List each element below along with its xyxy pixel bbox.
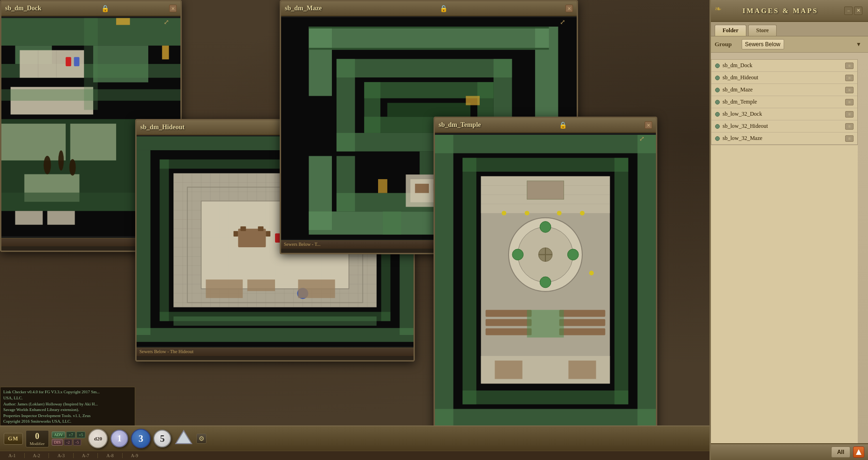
svg-rect-118: [435, 135, 454, 427]
dis-value1: -2: [64, 439, 72, 446]
temple-title-icons: 🔒: [559, 121, 567, 129]
temple-canvas[interactable]: ⤢: [435, 133, 656, 429]
die-d20-icon[interactable]: d20: [88, 429, 108, 448]
panel-all-button[interactable]: All: [831, 446, 850, 458]
coord-a2: A-2: [25, 453, 49, 458]
map-title-dock[interactable]: sb_dm_Dock 🔒 ✕: [1, 1, 180, 16]
svg-point-24: [58, 150, 64, 170]
svg-rect-143: [495, 361, 522, 379]
item-action-2[interactable]: ≡: [845, 75, 854, 81]
item-label-7: sb_low_32_Maze: [723, 135, 842, 142]
list-item-sb-dm-maze[interactable]: sb_dm_Maze ≡: [711, 84, 857, 96]
list-item-sb-low-dock[interactable]: sb_low_32_Dock ≡: [711, 108, 857, 120]
group-select[interactable]: Sewers Below: [742, 39, 784, 49]
item-label-3: sb_dm_Maze: [723, 86, 842, 93]
svg-rect-140: [559, 328, 606, 335]
item-action-4[interactable]: ≡: [845, 99, 854, 105]
svg-rect-32: [160, 160, 169, 321]
adv-row: ADV +7 +5: [52, 432, 86, 438]
svg-rect-123: [614, 158, 628, 404]
list-item-sb-low-maze[interactable]: sb_low_32_Maze ≡: [711, 132, 857, 145]
item-dot-1: [715, 63, 720, 68]
hideout-title-text: sb_dm_Hideout: [140, 124, 185, 131]
map-window-temple: sb_dm_Temple 🔒 ✕: [434, 117, 657, 443]
dis-value2: -5: [73, 439, 82, 446]
svg-rect-110: [383, 211, 401, 235]
item-action-3[interactable]: ≡: [845, 87, 854, 93]
modifier-value: 0: [29, 432, 46, 441]
chat-line-6: Copyright 2016 Smiteworks USA, LLC.: [3, 418, 132, 425]
temple-lock-icon: 🔒: [559, 121, 567, 129]
panel-group-row: Group Sewers Below ▼: [711, 36, 868, 53]
modifier-box: 0 Modifier: [26, 430, 49, 447]
item-dot-2: [715, 76, 720, 80]
item-dot-3: [715, 88, 720, 92]
die-3-icon[interactable]: 3: [131, 429, 151, 448]
list-item-sb-dm-temple[interactable]: sb_dm_Temple ≡: [711, 96, 857, 108]
dis-row: DIS -2 -5: [52, 439, 86, 446]
item-label-2: sb_dm_Hideout: [723, 74, 842, 81]
chat-line-2: USA, LLC.: [3, 395, 132, 401]
item-action-6[interactable]: ≡: [845, 123, 854, 130]
svg-rect-120: [435, 409, 656, 428]
die-custom-icon[interactable]: [174, 429, 193, 448]
chat-line-3: Author: James (Loklare) Holloway (Inspir…: [3, 401, 132, 407]
panel-close-buttons: − ✕: [844, 7, 862, 15]
chat-line-1: Link Checker v0.4.0 for FG V3.3.x Copyri…: [3, 389, 132, 395]
dock-close-button[interactable]: ✕: [169, 5, 177, 12]
maze-lock-icon: 🔒: [440, 5, 448, 13]
svg-rect-153: [527, 310, 564, 337]
svg-rect-14: [66, 57, 71, 66]
item-action-5[interactable]: ≡: [845, 111, 854, 118]
svg-rect-28: [137, 150, 151, 335]
panel-bottom-bar: All: [711, 443, 868, 460]
svg-point-132: [567, 249, 579, 260]
svg-marker-157: [856, 449, 861, 455]
item-action-7[interactable]: ≡: [845, 135, 854, 142]
coordinate-bar: A-1 A-2 A-3 A-7 A-8 A-9: [0, 451, 710, 460]
svg-rect-22: [162, 46, 169, 60]
panel-min-button[interactable]: −: [844, 7, 853, 15]
list-item-sb-dm-hideout[interactable]: sb_dm_Hideout ≡: [711, 72, 857, 84]
item-label-1: sb_dm_Dock: [723, 62, 842, 69]
panel-title: IMAGES & MAPS: [716, 7, 844, 15]
map-title-maze[interactable]: sb_dm_Maze 🔒 ✕: [281, 1, 577, 16]
panel-orange-button[interactable]: [853, 446, 864, 458]
group-label: Group: [715, 41, 738, 48]
svg-rect-136: [486, 319, 532, 326]
modifier-label: Modifier: [29, 441, 46, 446]
svg-rect-113: [309, 48, 549, 50]
svg-rect-21: [116, 18, 130, 25]
panel-list: sb_dm_Dock ≡ sb_dm_Hideout ≡ sb_dm_Maze …: [711, 59, 858, 145]
coord-a9: A-9: [123, 453, 147, 458]
svg-rect-74: [238, 229, 266, 247]
bottom-toolbar: GM 0 Modifier ADV +7 +5 DIS -2 -5 d20 1 …: [0, 425, 710, 451]
gm-badge[interactable]: GM: [4, 433, 23, 445]
svg-rect-138: [559, 310, 606, 317]
die-5-icon[interactable]: 5: [153, 430, 171, 447]
item-label-6: sb_low_32_Hideout: [723, 123, 842, 130]
svg-rect-124: [462, 390, 628, 404]
hideout-footer: Sewers Below - The Hideout: [137, 348, 413, 356]
maze-close-button[interactable]: ✕: [565, 5, 573, 12]
temple-close-button[interactable]: ✕: [645, 121, 652, 129]
panel-close-button[interactable]: ✕: [854, 7, 862, 15]
list-item-sb-low-hideout[interactable]: sb_low_32_Hideout ≡: [711, 120, 857, 132]
adv-button[interactable]: ADV: [52, 432, 66, 438]
list-item-sb-dm-dock[interactable]: sb_dm_Dock ≡: [711, 60, 857, 72]
settings-icon[interactable]: ⚙: [196, 433, 207, 444]
die-1-icon[interactable]: 1: [110, 430, 128, 447]
map-title-temple[interactable]: sb_dm_Temple 🔒 ✕: [435, 118, 656, 133]
svg-rect-75: [234, 231, 238, 237]
dis-button[interactable]: DIS: [52, 439, 63, 446]
tab-store[interactable]: Store: [748, 25, 777, 36]
svg-rect-115: [378, 179, 387, 193]
svg-point-151: [580, 211, 585, 216]
item-action-1[interactable]: ≡: [845, 63, 854, 69]
svg-point-152: [589, 271, 594, 275]
svg-rect-112: [309, 27, 549, 28]
item-dot-7: [715, 136, 720, 141]
maze-title-icons: 🔒: [440, 5, 448, 13]
tab-folder[interactable]: Folder: [715, 25, 746, 36]
coord-a3: A-3: [49, 453, 74, 458]
